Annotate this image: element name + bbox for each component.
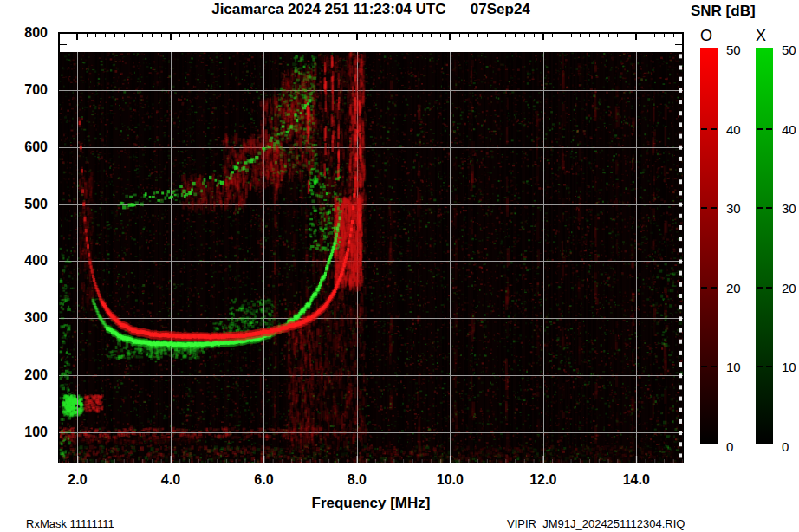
x-tick-mark <box>328 34 329 37</box>
colorbar-tick-dash <box>757 128 763 130</box>
colorbar-x-tick-label: 30 <box>782 201 799 216</box>
x-tick-mark <box>580 34 581 37</box>
colorbar-title: SNR [dB] <box>691 3 756 20</box>
colorbar-o-gradient <box>700 48 718 444</box>
x-tick-mark <box>683 34 684 37</box>
x-tick-mark <box>105 34 106 37</box>
x-tick-mark <box>152 34 153 37</box>
colorbar-tick-dash <box>757 207 763 209</box>
x-tick-label: 12.0 <box>523 472 564 488</box>
x-tick-mark <box>515 34 516 37</box>
colorbar-tick-dash <box>701 128 707 130</box>
colorbar-o-tick-label: 0 <box>726 439 752 454</box>
x-tick-mark <box>356 34 358 40</box>
x-tick-mark <box>254 34 255 37</box>
x-tick-mark <box>319 34 320 37</box>
x-tick-mark <box>87 34 88 37</box>
colorbar-x-tick-label: 10 <box>782 360 799 374</box>
y-tick-label: 200 <box>18 367 48 383</box>
x-tick-mark <box>393 34 394 37</box>
x-tick-mark <box>291 34 292 37</box>
x-tick-mark <box>375 34 376 37</box>
colorbar-tick-dash <box>711 287 717 289</box>
y-tick-label: 500 <box>18 197 48 212</box>
colorbar-tick-dash <box>757 287 763 289</box>
y-tick-label: 600 <box>18 139 48 155</box>
y-tick-label: 800 <box>18 25 48 41</box>
x-tick-mark <box>142 34 143 37</box>
x-tick-mark <box>664 34 665 37</box>
colorbar-tick-dash <box>766 128 772 130</box>
x-tick-mark <box>170 34 172 40</box>
x-tick-mark <box>198 34 199 37</box>
x-tick-mark <box>301 34 302 37</box>
x-tick-mark <box>562 34 562 37</box>
colorbar-o-tick-label: 50 <box>726 42 752 57</box>
colorbar-x-tick-label: 20 <box>782 281 799 295</box>
x-tick-mark <box>133 34 133 37</box>
x-tick-mark <box>542 34 544 40</box>
colorbar-tick-dash <box>701 207 707 209</box>
x-tick-mark <box>189 34 190 37</box>
x-axis-title: Frequency [MHz] <box>59 495 683 512</box>
footer-filename: VIPIR JM91J_2024251112304.RIQ <box>507 517 685 530</box>
x-tick-mark <box>589 34 590 37</box>
x-tick-label: 10.0 <box>429 472 471 488</box>
x-tick-mark <box>608 34 609 37</box>
colorbar-tick-dash <box>711 207 717 209</box>
x-tick-mark <box>412 34 413 37</box>
x-tick-mark <box>161 34 162 37</box>
x-tick-mark <box>524 34 525 37</box>
x-tick-mark <box>226 34 227 37</box>
x-tick-mark <box>627 34 627 37</box>
x-tick-mark <box>599 34 600 37</box>
colorbar-x-tick-label: 0 <box>782 439 799 454</box>
x-tick-mark <box>422 34 423 37</box>
x-tick-mark <box>310 34 311 37</box>
colorbar-o-tick-label: 10 <box>726 360 752 374</box>
colorbar-o-tick-label: 20 <box>726 281 752 295</box>
x-tick-mark <box>635 34 637 40</box>
footer-rxmask: RxMask 11111111 <box>26 517 114 530</box>
x-tick-mark <box>76 34 78 40</box>
colorbar-x-gradient <box>756 48 773 444</box>
y-minor-tick-right <box>675 44 682 45</box>
colorbar-o-mode-label: O <box>700 27 712 45</box>
x-tick-label: 2.0 <box>56 472 98 488</box>
x-tick-mark <box>477 34 478 37</box>
x-tick-mark <box>282 34 283 37</box>
x-tick-mark <box>217 34 218 37</box>
x-tick-mark <box>646 34 646 37</box>
x-tick-label: 6.0 <box>243 472 284 488</box>
x-tick-mark <box>440 34 441 37</box>
colorbar-tick-dash <box>701 366 707 367</box>
x-tick-mark <box>385 34 386 37</box>
colorbar-o-tick-label: 40 <box>726 122 752 137</box>
x-tick-mark <box>571 34 572 37</box>
x-tick-mark <box>654 34 655 37</box>
x-tick-label: 4.0 <box>150 472 192 488</box>
colorbar-x-tick-label: 50 <box>782 42 799 57</box>
x-tick-mark <box>366 34 367 37</box>
x-tick-mark <box>348 34 348 37</box>
y-tick-label: 700 <box>18 82 48 98</box>
colorbar-o-tick-label: 30 <box>726 201 752 216</box>
colorbar-tick-dash <box>701 287 707 289</box>
x-tick-mark <box>487 34 488 37</box>
x-tick-mark <box>273 34 274 37</box>
x-tick-mark <box>403 34 404 37</box>
x-tick-mark <box>114 34 115 37</box>
x-tick-mark <box>207 34 208 37</box>
colorbar-x-mode-label: X <box>756 27 766 45</box>
x-tick-mark <box>124 34 125 37</box>
x-tick-mark <box>617 34 618 37</box>
colorbar-tick-dash <box>711 128 717 130</box>
x-tick-mark <box>263 34 264 40</box>
x-tick-mark <box>59 34 60 37</box>
colorbar-tick-dash <box>766 287 772 289</box>
page-title: Jicamarca 2024 251 11:23:04 UTC 07Sep24 <box>59 1 683 18</box>
x-tick-mark <box>431 34 432 37</box>
x-tick-mark <box>449 34 451 40</box>
x-tick-mark <box>497 34 497 37</box>
y-tick-label: 300 <box>18 310 48 326</box>
